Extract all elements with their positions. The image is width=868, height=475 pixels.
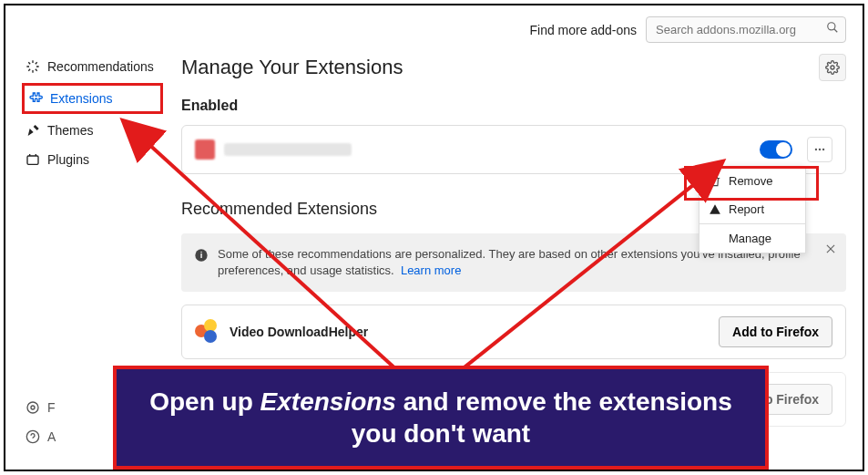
menu-item-report[interactable]: Report — [700, 195, 805, 223]
caption-em: Extensions — [260, 387, 396, 416]
sidebar-item-label: F — [47, 400, 56, 415]
search-wrap — [646, 16, 846, 43]
sidebar-item-label: Extensions — [50, 91, 112, 106]
svg-text:i: i — [200, 251, 203, 260]
svg-point-12 — [27, 402, 38, 413]
extension-icon — [195, 139, 215, 160]
menu-item-label: Report — [729, 202, 764, 216]
dots-icon — [813, 143, 826, 156]
svg-point-3 — [831, 66, 834, 69]
top-bar: Find more add-ons — [22, 16, 846, 43]
settings-button[interactable] — [819, 54, 846, 81]
sidebar-item-plugins[interactable]: Plugins — [22, 147, 163, 172]
svg-point-6 — [822, 149, 824, 150]
page-title: Manage Your Extensions — [181, 56, 403, 79]
extension-toggle[interactable] — [760, 140, 792, 159]
recommended-icon — [195, 319, 220, 345]
sidebar-item-label: Recommendations — [47, 59, 154, 74]
svg-point-5 — [819, 149, 821, 150]
svg-point-13 — [26, 430, 38, 442]
menu-item-manage[interactable]: Manage — [700, 223, 805, 253]
recommended-row[interactable]: Video DownloadHelper Add to Firefox — [181, 305, 846, 359]
sidebar-item-label: A — [47, 429, 56, 444]
menu-item-remove[interactable]: Remove — [700, 167, 805, 195]
sidebar-item-label: Plugins — [47, 152, 89, 167]
enabled-heading: Enabled — [181, 98, 846, 114]
search-input[interactable] — [646, 16, 846, 43]
sidebar-item-firefox-settings[interactable]: F — [22, 395, 59, 420]
caption-part2: and remove the extensions you don't want — [352, 387, 732, 448]
sidebar-item-label: Themes — [47, 123, 94, 138]
svg-line-1 — [834, 29, 838, 33]
close-info-button[interactable] — [824, 243, 837, 260]
svg-rect-2 — [27, 156, 38, 164]
extension-name-redacted — [224, 143, 352, 156]
more-options-button[interactable] — [807, 137, 832, 162]
add-to-firefox-button[interactable]: Add to Firefox — [719, 316, 832, 347]
annotation-caption: Open up Extensions and remove the extens… — [113, 366, 769, 470]
svg-point-0 — [828, 23, 835, 30]
trash-icon — [709, 175, 721, 188]
svg-point-4 — [815, 149, 817, 150]
svg-point-11 — [31, 406, 35, 409]
sidebar-item-addon-support[interactable]: A — [22, 424, 59, 449]
context-menu: Remove Report Manage — [699, 166, 806, 253]
sidebar-item-themes[interactable]: Themes — [22, 118, 163, 143]
sidebar-bottom: F A — [22, 395, 59, 453]
sidebar-item-recommendations[interactable]: Recommendations — [22, 54, 163, 79]
find-more-label: Find more add-ons — [529, 23, 637, 37]
menu-item-label: Remove — [729, 174, 772, 188]
info-icon: i — [194, 248, 209, 279]
close-icon — [824, 243, 837, 255]
search-icon — [826, 21, 839, 37]
warning-icon — [709, 203, 721, 216]
sidebar-item-extensions[interactable]: Extensions — [22, 83, 163, 114]
menu-item-label: Manage — [729, 232, 771, 245]
caption-part1: Open up — [149, 387, 260, 416]
recommended-name: Video DownloadHelper — [230, 325, 368, 339]
gear-icon — [825, 60, 840, 75]
learn-more-link[interactable]: Learn more — [401, 263, 461, 277]
